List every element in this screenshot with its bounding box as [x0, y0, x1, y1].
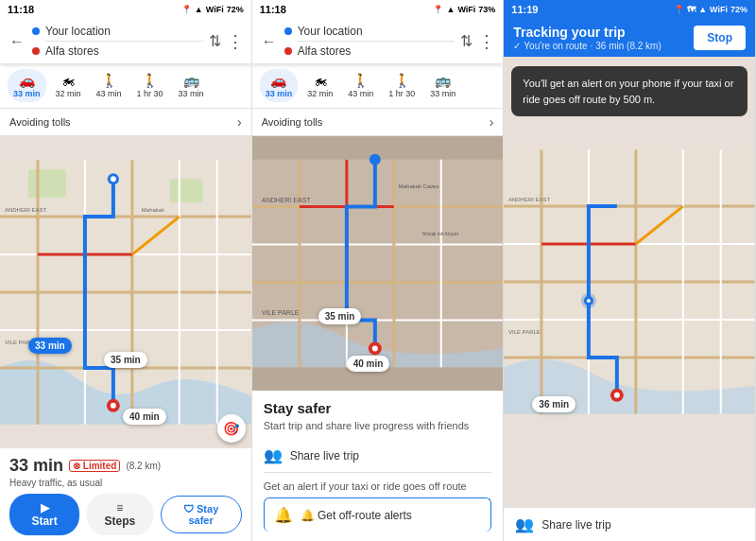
dest-field-1[interactable]: Alfa stores — [32, 44, 203, 58]
map-area-1[interactable]: ANDHERI EAST VILE PARLE Mahakali 33 min … — [0, 136, 251, 448]
share-live-label-3: Share live trip — [541, 518, 610, 532]
mode-bus-1[interactable]: 🚌 33 min — [173, 69, 210, 102]
panel3-bottom[interactable]: 👥 Share live trip — [504, 507, 755, 541]
field-divider-1 — [45, 41, 203, 42]
stay-safer-button-1[interactable]: 🛡 Stay safer — [161, 496, 242, 533]
svg-rect-2 — [170, 179, 203, 202]
mode-time-walk2-1: 1 hr 30 — [137, 89, 163, 98]
bottom-actions-1: ▶ Start ≡ Steps 🛡 Stay safer — [9, 494, 242, 535]
speed-limit-1: ⊗ Limited — [69, 460, 120, 472]
mode-time-bike-1: 32 min — [56, 89, 81, 98]
bike-icon-1: 🏍 — [61, 73, 75, 88]
map-area-3[interactable]: ANDHERI EAST VILE PARLE You'll get an al… — [504, 57, 755, 507]
mode-walk2-2[interactable]: 🚶 1 hr 30 — [383, 69, 421, 102]
share-live-label: Share live trip — [290, 449, 359, 462]
map-icon-3: 🗺 — [687, 5, 696, 14]
signal-icon-3: ▲ — [698, 5, 707, 14]
time-bubble-40-p2: 40 min — [347, 356, 390, 372]
route-summary-1: 33 min ⊗ Limited (8.2 km) — [9, 456, 242, 476]
more-button-1[interactable]: ⋮ — [227, 31, 244, 52]
share-live-icon-3: 👥 — [515, 515, 534, 533]
origin-dot-1 — [32, 27, 40, 35]
locate-button-1[interactable]: 🎯 — [217, 414, 246, 443]
map-area-2[interactable]: ANDHERI EAST VILE PARLE Mahakali Caves S… — [252, 136, 504, 391]
status-bar-1: 11:18 📍 ▲ WiFi 72% — [0, 0, 251, 19]
wifi-icon-2: WiFi — [457, 5, 475, 14]
svg-text:ANDHERI EAST: ANDHERI EAST — [508, 197, 551, 202]
chevron-icon-1: › — [237, 114, 242, 130]
walk2-icon-1: 🚶 — [142, 73, 158, 88]
time-bubble-35-p2: 35 min — [318, 308, 362, 324]
dest-dot-1 — [32, 47, 40, 55]
search-header-2: ← Your location Alfa stores ⇅ ⋮ — [252, 19, 504, 63]
field-divider-2 — [298, 41, 455, 42]
mode-walk2-1[interactable]: 🚶 1 hr 30 — [131, 69, 169, 102]
share-live-row[interactable]: 👥 Share live trip — [264, 439, 492, 473]
back-button-2[interactable]: ← — [260, 32, 279, 51]
steps-button[interactable]: ≡ Steps — [87, 494, 152, 535]
swap-button-1[interactable]: ⇅ — [209, 32, 221, 50]
mode-walk-1[interactable]: 🚶 43 min — [91, 69, 128, 102]
stay-safer-panel: Stay safer Start trip and share live pro… — [252, 391, 504, 541]
dest-field-2[interactable]: Alfa stores — [284, 44, 455, 58]
dest-text-1: Alfa stores — [45, 44, 99, 58]
origin-dot-2 — [284, 27, 292, 35]
origin-field-2[interactable]: Your location — [284, 25, 455, 38]
chevron-icon-2: › — [490, 114, 494, 130]
mode-walk-2[interactable]: 🚶 43 min — [342, 69, 379, 102]
back-button-1[interactable]: ← — [8, 32, 26, 51]
origin-field-1[interactable]: Your location — [32, 25, 203, 38]
wifi-icon-3: WiFi — [710, 5, 728, 14]
svg-point-57 — [587, 299, 591, 303]
start-button[interactable]: ▶ Start — [9, 494, 79, 535]
svg-text:Mahakali: Mahakali — [142, 207, 164, 213]
dest-text-2: Alfa stores — [298, 44, 352, 58]
location-icon: 📍 — [181, 5, 192, 14]
status-icons-2: 📍 ▲ WiFi 73% — [433, 5, 495, 14]
tracking-header: Tracking your trip ✓ You're on route · 3… — [504, 19, 755, 57]
avoiding-bar-1[interactable]: Avoiding tolls › — [0, 109, 251, 136]
more-button-2[interactable]: ⋮ — [478, 31, 495, 52]
map-svg-1: ANDHERI EAST VILE PARLE Mahakali — [0, 136, 251, 448]
stop-button[interactable]: Stop — [694, 26, 746, 50]
avoiding-bar-2[interactable]: Avoiding tolls › — [252, 109, 504, 136]
share-icon: 👥 — [264, 446, 283, 464]
svg-text:ANDHERI EAST: ANDHERI EAST — [262, 197, 311, 203]
tracking-sub: ✓ You're on route · 36 min (8.2 km) — [513, 41, 661, 51]
swap-button-2[interactable]: ⇅ — [460, 32, 472, 50]
mode-bike-2[interactable]: 🏍 32 min — [301, 69, 338, 102]
mode-bike-1[interactable]: 🏍 32 min — [50, 69, 87, 102]
search-header-1: ← Your location Alfa stores ⇅ ⋮ — [0, 19, 251, 63]
stay-safer-title: Stay safer — [264, 400, 492, 416]
svg-text:Shivaji Intl Airport: Shivaji Intl Airport — [421, 231, 458, 236]
bell-icon: 🔔 — [274, 506, 293, 524]
mode-time-walk-1: 43 min — [96, 89, 122, 98]
mode-car-1[interactable]: 🚗 33 min — [8, 69, 46, 102]
transport-modes-2: 🚗 33 min 🏍 32 min 🚶 43 min 🚶 1 hr 30 🚌 3… — [252, 63, 504, 109]
svg-text:Mahakali Caves: Mahakali Caves — [398, 183, 438, 189]
status-bar-3: 11:19 📍 🗺 ▲ WiFi 72% — [504, 0, 755, 19]
origin-text-1: Your location — [45, 25, 111, 38]
tracking-route: You're on route — [524, 41, 587, 51]
battery-icon: 72% — [227, 5, 244, 14]
mode-car-2[interactable]: 🚗 33 min — [260, 69, 299, 102]
map-svg-3: ANDHERI EAST VILE PARLE — [504, 57, 755, 507]
status-bar-2: 11:18 📍 ▲ WiFi 73% — [252, 0, 504, 19]
tracking-title: Tracking your trip — [513, 25, 661, 40]
mode-bus-2[interactable]: 🚌 33 min — [424, 69, 461, 102]
search-fields-1: Your location Alfa stores — [32, 25, 203, 58]
origin-text-2: Your location — [298, 25, 363, 38]
location-icon-3: 📍 — [674, 5, 684, 14]
avoiding-label-2: Avoiding tolls — [262, 116, 323, 128]
route-dist-1: (8.2 km) — [126, 461, 161, 471]
avoiding-label-1: Avoiding tolls — [9, 116, 71, 128]
route-sub-1: Heavy traffic, as usual — [9, 478, 242, 488]
status-icons-3: 📍 🗺 ▲ WiFi 72% — [674, 5, 747, 14]
svg-point-17 — [111, 176, 116, 182]
wifi-icon: WiFi — [206, 5, 224, 14]
alert-description: Get an alert if your taxi or ride goes o… — [264, 480, 492, 492]
panel-stay-safer: 11:18 📍 ▲ WiFi 73% ← Your location Alfa … — [252, 0, 505, 541]
off-route-alert-row[interactable]: 🔔 🔔 Get off-route alerts — [264, 497, 492, 532]
battery-icon-2: 73% — [478, 5, 495, 14]
tracking-info: Tracking your trip ✓ You're on route · 3… — [513, 25, 661, 51]
